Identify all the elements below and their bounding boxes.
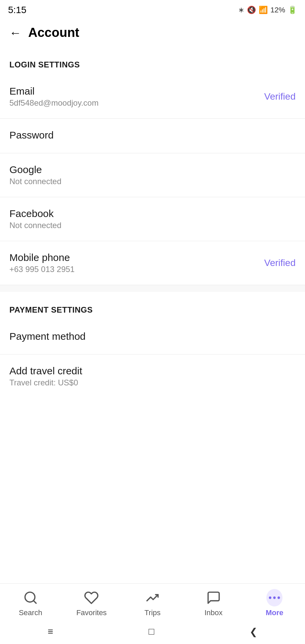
facebook-content: Facebook Not connected	[9, 208, 296, 230]
email-verified-badge: Verified	[264, 91, 296, 102]
svg-point-3	[273, 596, 276, 599]
status-bar: 5:15 ∗ 🔇 📶 12% 🔋	[0, 0, 305, 19]
payment-method-content: Payment method	[9, 331, 296, 343]
facebook-title: Facebook	[9, 208, 296, 219]
status-icons: ∗ 🔇 📶 12% 🔋	[238, 6, 297, 14]
phone-verified-badge: Verified	[264, 258, 296, 268]
android-menu-button[interactable]: ≡	[48, 626, 53, 637]
google-status: Not connected	[9, 177, 296, 186]
password-title: Password	[9, 129, 296, 141]
inbox-icon	[206, 590, 222, 606]
page-title: Account	[28, 25, 79, 40]
section-divider	[0, 285, 305, 292]
search-icon	[23, 590, 39, 606]
trips-label: Trips	[144, 608, 161, 617]
more-icon	[266, 590, 282, 606]
svg-point-4	[277, 596, 280, 599]
nav-item-favorites[interactable]: Favorites	[61, 590, 122, 617]
more-label: More	[266, 608, 284, 617]
travel-credit-value: Travel credit: US$0	[9, 378, 296, 387]
android-nav-bar: ≡ □ ❮	[0, 621, 305, 644]
bluetooth-icon: ∗	[238, 6, 244, 14]
favorites-icon	[83, 590, 99, 606]
travel-credit-item[interactable]: Add travel credit Travel credit: US$0	[0, 355, 305, 398]
email-item[interactable]: Email 5df548ed@moodjoy.com Verified	[0, 75, 305, 119]
bottom-nav: Search Favorites Trips	[0, 583, 305, 644]
email-title: Email	[9, 86, 264, 97]
android-home-button[interactable]: □	[148, 626, 154, 637]
payment-method-item[interactable]: Payment method	[0, 320, 305, 355]
payment-settings-header: PAYMENT SETTINGS	[0, 292, 305, 320]
mute-icon: 🔇	[247, 6, 256, 14]
mobile-title: Mobile phone	[9, 252, 264, 263]
mobile-number: +63 995 013 2951	[9, 265, 264, 274]
google-title: Google	[9, 164, 296, 175]
email-content: Email 5df548ed@moodjoy.com	[9, 86, 264, 108]
google-item[interactable]: Google Not connected	[0, 153, 305, 197]
android-back-button[interactable]: ❮	[250, 626, 257, 637]
mobile-content: Mobile phone +63 995 013 2951	[9, 252, 264, 274]
login-settings-header: LOGIN SETTINGS	[0, 47, 305, 75]
content-area: LOGIN SETTINGS Email 5df548ed@moodjoy.co…	[0, 47, 305, 459]
nav-item-trips[interactable]: Trips	[122, 590, 183, 617]
password-content: Password	[9, 129, 296, 142]
trips-icon	[144, 590, 161, 606]
nav-item-search[interactable]: Search	[0, 590, 61, 617]
email-value: 5df548ed@moodjoy.com	[9, 98, 264, 108]
nav-items: Search Favorites Trips	[0, 584, 305, 621]
favorites-label: Favorites	[76, 608, 106, 617]
password-item[interactable]: Password	[0, 119, 305, 153]
svg-line-1	[33, 601, 36, 603]
inbox-label: Inbox	[205, 608, 223, 617]
travel-credit-title: Add travel credit	[9, 365, 296, 377]
status-time: 5:15	[8, 5, 27, 15]
nav-item-inbox[interactable]: Inbox	[183, 590, 244, 617]
travel-credit-content: Add travel credit Travel credit: US$0	[9, 365, 296, 387]
google-content: Google Not connected	[9, 164, 296, 186]
facebook-status: Not connected	[9, 221, 296, 230]
facebook-item[interactable]: Facebook Not connected	[0, 197, 305, 241]
nav-item-more[interactable]: More	[244, 590, 305, 617]
svg-point-2	[269, 596, 271, 599]
search-label: Search	[19, 608, 42, 617]
wifi-icon: 📶	[259, 6, 268, 14]
page-header: ← Account	[0, 19, 305, 47]
battery-icon: 🔋	[288, 6, 297, 14]
payment-method-title: Payment method	[9, 331, 296, 342]
battery-level: 12%	[270, 6, 285, 14]
back-button[interactable]: ←	[9, 27, 21, 39]
mobile-phone-item[interactable]: Mobile phone +63 995 013 2951 Verified	[0, 241, 305, 285]
